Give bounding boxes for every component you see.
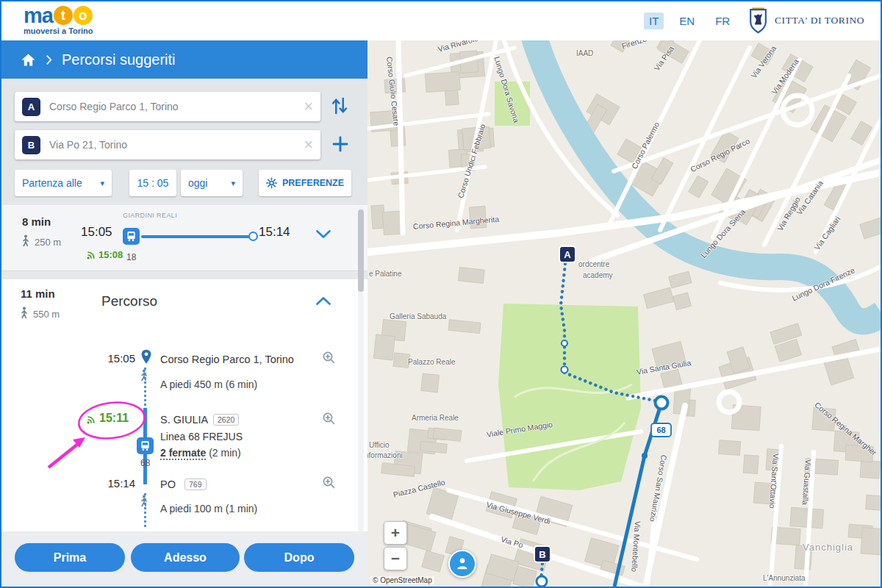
day-value: oggi — [188, 177, 207, 189]
logo-ma: ma — [24, 4, 53, 28]
intermediate-stop-marker — [642, 453, 648, 459]
day-select[interactable]: oggi ▾ — [181, 170, 243, 196]
swap-directions-icon[interactable] — [331, 96, 348, 115]
map-canvas[interactable]: 68 A B — [368, 40, 881, 587]
detail-walk-distance: 550 m — [33, 309, 60, 320]
leg-origin-time: 15:05 — [90, 352, 135, 365]
time-input[interactable]: 15 : 05 — [129, 170, 176, 196]
walking-icon — [19, 306, 29, 319]
map-attribution[interactable]: © OpenStreetMap — [370, 576, 434, 584]
expand-chevron-icon[interactable] — [315, 229, 331, 239]
gear-icon — [266, 177, 277, 189]
scrollbar[interactable] — [358, 207, 364, 531]
lang-fr[interactable]: FR — [710, 12, 735, 29]
alight-stop-marker[interactable] — [537, 576, 547, 587]
transit-bar-end — [248, 232, 258, 241]
bus-icon — [137, 437, 154, 454]
divider — [1, 271, 368, 279]
zoom-out-button[interactable]: − — [384, 547, 407, 570]
breadcrumb-chevron-icon — [46, 54, 52, 65]
leg-alight-stop: PO — [160, 478, 176, 490]
chevron-down-icon: ▾ — [231, 179, 235, 188]
destination-marker-label: B — [539, 549, 545, 560]
zoom-to-leg-icon[interactable] — [322, 476, 335, 489]
departure-mode-select[interactable]: Partenza alle ▾ — [15, 170, 112, 196]
summary-depart-time: 15:05 — [81, 225, 112, 240]
logo-t-circle: t — [54, 6, 73, 25]
logo-text: ma t o — [24, 4, 93, 26]
detail-heading: Percorso — [101, 293, 157, 309]
bus-icon — [123, 228, 140, 245]
add-waypoint-icon[interactable] — [331, 135, 349, 153]
later-button[interactable]: Dopo — [244, 543, 354, 572]
city-of-turin-log[interactable]: CITTA' DI TORINO — [748, 7, 864, 34]
logo-o-circle: o — [74, 6, 93, 25]
origin-value[interactable]: Corso Regio Parco 1, Torino — [49, 101, 295, 112]
turin-coat-of-arms-icon — [748, 7, 768, 34]
preferences-button[interactable]: PREFERENZE — [259, 170, 351, 196]
leg-origin-label: Corso Regio Parco 1, Torino — [160, 354, 294, 365]
summary-realtime-time: 15:08 — [98, 249, 123, 260]
destination-badge: B — [22, 136, 40, 154]
departure-mode-value: Partenza alle — [22, 177, 82, 189]
page-title: Percorsi suggeriti — [62, 51, 176, 68]
chevron-down-icon: ▾ — [100, 179, 104, 188]
destination-input[interactable]: B Via Po 21, Torino × — [15, 130, 320, 159]
detail-duration: 11 min — [21, 287, 55, 300]
summary-line-number: 18 — [126, 252, 136, 262]
sidebar: Percorsi suggeriti A Corso Regio Parco 1… — [1, 40, 368, 587]
earlier-button[interactable]: Prima — [15, 543, 125, 572]
stop-code-badge: 769 — [184, 478, 207, 490]
time-value: 15 : 05 — [137, 177, 169, 189]
scrollbar-thumb[interactable] — [358, 209, 364, 292]
now-button[interactable]: Adesso — [131, 543, 240, 572]
leg-alight-time: 15:14 — [90, 477, 135, 490]
home-icon[interactable] — [21, 53, 36, 67]
leg-board-stop: S. GIULIA — [160, 414, 208, 426]
ride-duration: (2 min) — [206, 447, 240, 459]
route-stop — [562, 367, 568, 373]
logo-subtitle: muoversi a Torino — [24, 26, 93, 35]
language-switcher: IT EN FR — [644, 12, 735, 29]
map[interactable]: 68 A B Via RivaroloCorso Giulio CesareLu… — [368, 40, 881, 587]
zoom-in-button[interactable]: + — [384, 521, 407, 545]
leg-line-number: 68 — [140, 458, 150, 468]
geolocate-button[interactable] — [448, 550, 476, 578]
top-header: ma t o muoversi a Torino IT EN FR CITTA'… — [1, 1, 881, 41]
zoom-to-leg-icon[interactable] — [322, 351, 335, 364]
walk-leg-text: A piedi 100 m (1 min) — [160, 503, 257, 514]
origin-marker-label: A — [564, 249, 571, 260]
person-icon — [455, 556, 470, 571]
lang-it[interactable]: IT — [644, 12, 664, 29]
mato-logo[interactable]: ma t o muoversi a Torino — [24, 4, 93, 35]
lang-en[interactable]: EN — [674, 12, 700, 29]
walking-icon — [139, 369, 149, 381]
park-giardini-reali — [498, 304, 641, 490]
summary-arrive-time: 15:14 — [259, 225, 290, 240]
zoom-to-leg-icon[interactable] — [322, 412, 335, 425]
realtime-icon — [87, 250, 96, 259]
preferences-label: PREFERENZE — [282, 178, 344, 188]
app-window: ma t o muoversi a Torino IT EN FR CITTA'… — [0, 0, 882, 588]
summary-walk-distance: 250 m — [35, 237, 61, 248]
city-name: CITTA' DI TORINO — [775, 15, 864, 26]
summary-duration: 8 min — [22, 215, 51, 228]
route-line-badge-text: 68 — [656, 426, 665, 434]
walking-icon — [139, 495, 149, 507]
map-pin-icon — [140, 349, 152, 365]
realtime-icon — [87, 415, 96, 424]
summary-stop-label: GIARDINI REALI — [123, 212, 177, 219]
transit-bar — [141, 235, 251, 238]
walk-leg-text: A piedi 450 m (6 min) — [160, 379, 257, 390]
destination-value[interactable]: Via Po 21, Torino — [49, 139, 295, 151]
clear-destination-icon[interactable]: × — [304, 137, 313, 153]
route-stop — [562, 340, 567, 346]
collapse-chevron-icon[interactable] — [315, 296, 331, 306]
walking-icon — [21, 234, 31, 247]
intermediate-stops-link[interactable]: 2 fermate — [160, 447, 206, 460]
origin-badge: A — [22, 98, 40, 116]
clear-origin-icon[interactable]: × — [304, 98, 313, 115]
origin-input[interactable]: A Corso Regio Parco 1, Torino × — [15, 92, 320, 121]
board-stop-marker[interactable] — [656, 397, 668, 409]
leg-line-label: Linea 68 FREJUS — [160, 431, 243, 442]
